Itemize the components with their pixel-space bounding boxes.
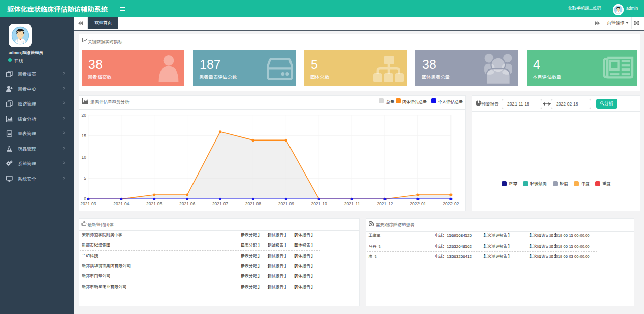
svg-text:2021-09: 2021-09 [278,201,294,206]
svg-text:2021-07: 2021-07 [212,201,228,206]
svg-text:2022-02: 2022-02 [443,201,459,206]
svg-text:15: 15 [81,133,86,138]
svg-text:2021-08: 2021-08 [245,201,261,206]
svg-text:2021-05: 2021-05 [146,201,162,206]
svg-text:20: 20 [81,113,86,118]
svg-text:10: 10 [81,155,86,160]
svg-text:2021-06: 2021-06 [179,201,195,206]
svg-text:2022-01: 2022-01 [410,201,426,206]
svg-text:2021-03: 2021-03 [80,201,96,206]
svg-text:2021-11: 2021-11 [344,201,360,206]
svg-text:2021-10: 2021-10 [311,201,327,206]
svg-text:2021-04: 2021-04 [113,201,129,206]
svg-text:5: 5 [84,176,86,181]
svg-text:2021-12: 2021-12 [377,201,393,206]
svg-text:0: 0 [84,196,86,201]
